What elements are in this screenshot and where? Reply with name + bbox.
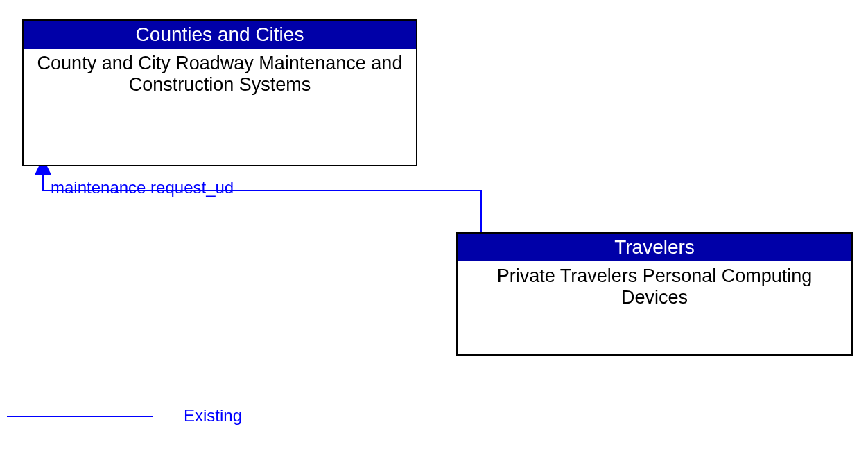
entity-header-counties-and-cities: Counties and Cities xyxy=(24,21,416,49)
entity-box-travelers: Travelers Private Travelers Personal Com… xyxy=(456,232,853,356)
flow-label-maintenance-request: maintenance request_ud xyxy=(51,178,234,198)
entity-body-counties-and-cities: County and City Roadway Maintenance and … xyxy=(24,49,416,100)
entity-box-counties-and-cities: Counties and Cities County and City Road… xyxy=(22,19,417,166)
legend-label-existing: Existing xyxy=(184,406,242,426)
legend-line-existing xyxy=(7,416,153,417)
entity-header-travelers: Travelers xyxy=(458,234,851,261)
entity-body-travelers: Private Travelers Personal Computing Dev… xyxy=(458,261,851,313)
